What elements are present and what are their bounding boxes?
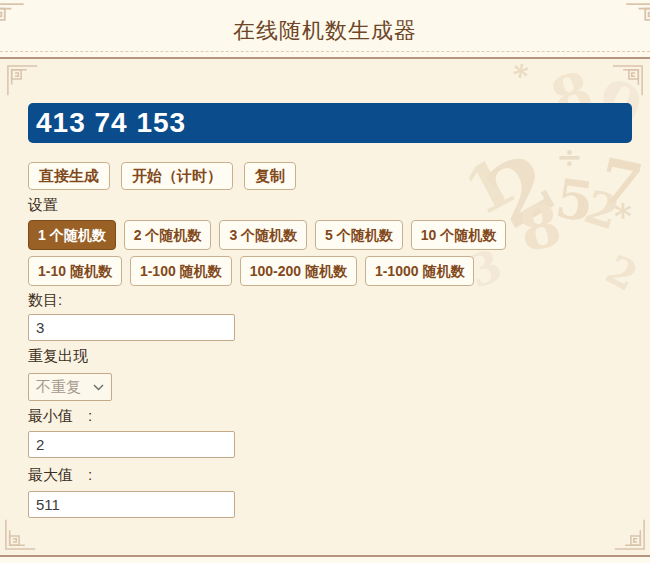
preset-3-numbers-button[interactable]: 3 个随机数 xyxy=(219,220,307,250)
settings-section-label: 设置 xyxy=(28,196,58,215)
count-input[interactable] xyxy=(28,314,235,341)
min-value-label: 最小值 : xyxy=(28,407,92,426)
watermark-digit: 2 xyxy=(580,183,625,237)
chevron-down-icon xyxy=(93,384,104,391)
count-label: 数目: xyxy=(28,291,62,310)
corner-ornament-icon xyxy=(612,517,646,551)
header-banner: 在线随机数生成器 xyxy=(0,0,650,52)
watermark-digit: 7 xyxy=(594,149,647,216)
watermark-digit: 1 xyxy=(456,148,525,225)
repeat-label: 重复出现 xyxy=(28,347,88,366)
min-value-input[interactable] xyxy=(28,431,235,458)
generate-button[interactable]: 直接生成 xyxy=(28,162,110,190)
preset-range-1-100-button[interactable]: 1-100 随机数 xyxy=(130,256,232,286)
repeat-select-value: 不重复 xyxy=(36,378,81,397)
preset-range-1-10-button[interactable]: 1-10 随机数 xyxy=(28,256,122,286)
max-value-label: 最大值 : xyxy=(28,466,92,485)
preset-1-number-button[interactable]: 1 个随机数 xyxy=(28,220,116,250)
preset-5-numbers-button[interactable]: 5 个随机数 xyxy=(315,220,403,250)
preset-range-100-200-button[interactable]: 100-200 随机数 xyxy=(240,256,357,286)
corner-ornament-icon xyxy=(6,64,40,98)
corner-ornament-icon xyxy=(4,517,38,551)
watermark-digit: 8 xyxy=(514,195,566,260)
preset-10-numbers-button[interactable]: 10 个随机数 xyxy=(411,220,506,250)
watermark-digit: * xyxy=(510,60,531,92)
corner-ornament-icon xyxy=(610,64,644,98)
start-timer-button[interactable]: 开始（计时） xyxy=(121,162,233,190)
preset-range-row: 1-10 随机数 1-100 随机数 100-200 随机数 1-1000 随机… xyxy=(28,256,474,286)
random-result-display: 413 74 153 xyxy=(28,103,632,143)
copy-button[interactable]: 复制 xyxy=(244,162,296,190)
watermark-digit: 5 xyxy=(552,171,597,230)
action-button-row: 直接生成 开始（计时） 复制 xyxy=(28,162,296,190)
main-panel: *9812÷8527*23 413 74 153 直接生成 开始（计时） 复制 … xyxy=(0,57,650,557)
watermark-digit: 2 xyxy=(600,249,643,297)
preset-range-1-1000-button[interactable]: 1-1000 随机数 xyxy=(365,256,474,286)
max-value-input[interactable] xyxy=(28,491,235,518)
repeat-select[interactable]: 不重复 xyxy=(28,373,112,401)
preset-count-row: 1 个随机数 2 个随机数 3 个随机数 5 个随机数 10 个随机数 xyxy=(28,220,506,250)
watermark-digit: ÷ xyxy=(556,141,583,173)
watermark-digit: * xyxy=(614,199,632,233)
preset-2-numbers-button[interactable]: 2 个随机数 xyxy=(124,220,212,250)
page-title: 在线随机数生成器 xyxy=(0,0,650,46)
